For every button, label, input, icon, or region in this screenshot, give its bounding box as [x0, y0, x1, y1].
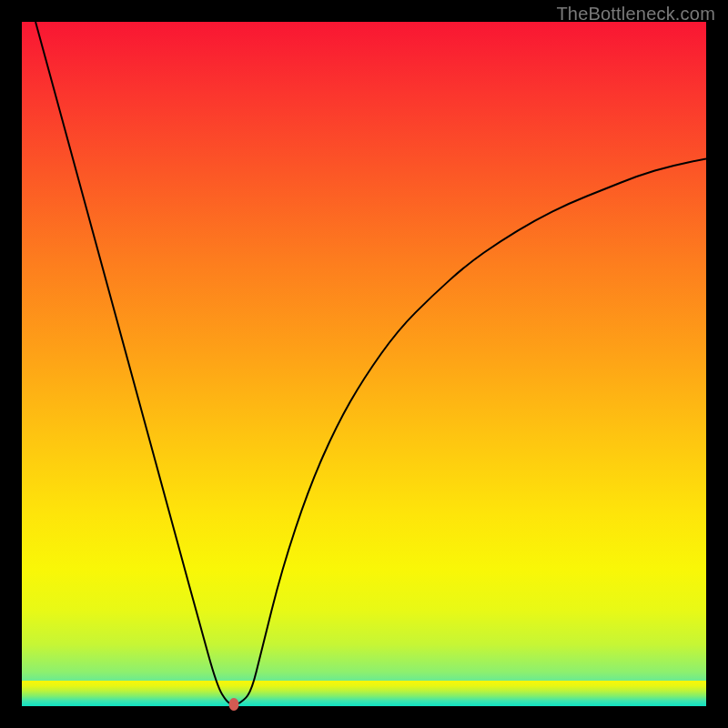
optimal-point-marker: [229, 698, 239, 711]
watermark-text: TheBottleneck.com: [556, 4, 715, 25]
chart-frame: [22, 22, 706, 706]
chart-curve: [22, 22, 706, 706]
bottleneck-curve-path: [35, 22, 706, 704]
